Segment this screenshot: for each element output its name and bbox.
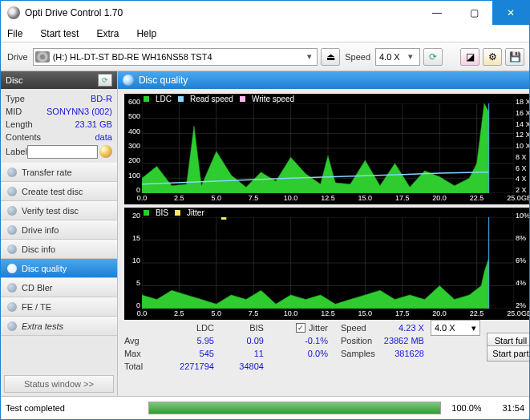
position-value: 23862 MB	[373, 336, 424, 345]
bullet-icon	[7, 283, 17, 293]
y-axis-right: 2%4%6%8%10%	[516, 216, 530, 305]
start-part-button[interactable]: Start part	[487, 345, 530, 361]
nav-create-test-disc[interactable]: Create test disc	[1, 182, 117, 201]
progress-fill	[149, 402, 440, 414]
avg-jitter: -0.1%	[264, 336, 328, 345]
progress-bar	[148, 402, 441, 414]
main-header: Disc quality	[118, 71, 530, 89]
menu-file[interactable]: File	[4, 26, 26, 41]
legend-write: Write speed	[252, 95, 294, 103]
drive-select[interactable]: (H:) HL-DT-ST BD-RE WH16NS58 TST4 ▾	[33, 48, 318, 66]
save-button[interactable]: 💾	[505, 48, 524, 66]
disc-type-label: Type	[6, 94, 25, 103]
stats-panel: LDC BIS ✓Jitter Speed 4.23 X 4.0 X▾ Avg …	[118, 320, 530, 376]
bullet-icon	[7, 187, 17, 196]
nav-item-label: FE / TE	[22, 302, 51, 312]
legend-read: Read speed	[190, 95, 233, 103]
menu-bar: File Start test Extra Help	[1, 25, 529, 42]
chart-ldc: LDC Read speed Write speed 0100200300400…	[124, 94, 530, 204]
erase-button[interactable]: ◪	[460, 48, 479, 66]
samples-value: 381628	[373, 349, 424, 358]
nav-disc-info[interactable]: Disc info	[1, 240, 117, 259]
x-axis: 0.02.55.07.510.012.515.017.520.022.525.0…	[142, 194, 514, 204]
samples-label: Samples	[328, 349, 373, 358]
disc-panel-title: Disc	[6, 75, 22, 85]
speed-value: 4.0 X	[379, 52, 400, 62]
disc-contents-label: Contents	[6, 132, 41, 142]
chevron-down-icon: ▾	[304, 51, 315, 62]
menu-extra[interactable]: Extra	[93, 26, 122, 41]
max-bis: 11	[214, 349, 264, 358]
bullet-icon	[7, 264, 17, 273]
disc-refresh-button[interactable]: ⟳	[98, 74, 112, 87]
bullet-icon	[7, 244, 17, 254]
disc-panel-header: Disc ⟳	[1, 71, 117, 89]
disc-label-input[interactable]	[27, 145, 98, 159]
eject-button[interactable]: ⏏	[321, 48, 340, 66]
status-message: Test completed	[6, 403, 142, 413]
total-ldc: 2271794	[158, 361, 214, 371]
disc-quality-icon	[123, 75, 134, 86]
options-button[interactable]: ⚙	[483, 48, 502, 66]
position-label: Position	[328, 336, 373, 345]
disc-contents-value: data	[95, 132, 112, 142]
nav-cd-bler[interactable]: CD Bler	[1, 278, 117, 297]
bullet-icon	[7, 225, 17, 235]
drive-value: (H:) HL-DT-ST BD-RE WH16NS58 TST4	[53, 52, 301, 62]
nav-item-label: Create test disc	[22, 187, 83, 196]
status-window-toggle[interactable]: Status window >>	[4, 375, 114, 393]
plot-area	[142, 217, 514, 309]
app-icon	[7, 6, 20, 19]
x-axis: 0.02.55.07.510.012.515.017.520.022.525.0…	[142, 309, 514, 319]
nav-fe-te[interactable]: FE / TE	[1, 297, 117, 317]
bullet-icon	[7, 321, 17, 331]
jitter-checkbox[interactable]: ✓	[296, 323, 305, 333]
close-button[interactable]: ✕	[492, 1, 529, 25]
hdr-bis: BIS	[214, 323, 264, 333]
svg-rect-35	[221, 217, 226, 220]
legend-swatch-jitter	[175, 210, 180, 216]
chevron-down-icon: ▾	[471, 323, 476, 333]
hdr-jitter: Jitter	[309, 323, 328, 333]
y-axis-left: 0100200300400500600	[126, 102, 140, 190]
menu-start-test[interactable]: Start test	[37, 26, 82, 41]
test-speed-value: 4.0 X	[435, 323, 455, 333]
total-label: Total	[124, 361, 158, 371]
minimize-button[interactable]: —	[419, 1, 455, 25]
legend-swatch-write	[240, 96, 245, 102]
toolbar: Drive (H:) HL-DT-ST BD-RE WH16NS58 TST4 …	[1, 42, 529, 71]
nav-transfer-rate[interactable]: Transfer rate	[1, 163, 117, 182]
test-speed-select[interactable]: 4.0 X▾	[431, 320, 480, 336]
legend-swatch-bis	[144, 210, 149, 216]
max-label: Max	[124, 349, 158, 358]
progress-percent: 100.0%	[447, 403, 486, 413]
disc-type-value: BD-R	[91, 94, 112, 103]
menu-help[interactable]: Help	[133, 26, 160, 41]
nav-verify-test-disc[interactable]: Verify test disc	[1, 201, 117, 220]
nav-item-label: Disc info	[22, 244, 55, 254]
hdr-ldc: LDC	[158, 323, 214, 333]
speed-select[interactable]: 4.0 X ▾	[375, 48, 420, 66]
refresh-button[interactable]: ⟳	[423, 48, 443, 66]
nav-item-label: Transfer rate	[22, 168, 72, 177]
maximize-button[interactable]: ▢	[455, 1, 492, 25]
speed-label: Speed	[343, 52, 372, 62]
main-title: Disc quality	[139, 75, 188, 86]
nav-item-label: Disc quality	[22, 264, 67, 273]
legend-swatch-read	[178, 96, 184, 102]
nav-disc-quality[interactable]: Disc quality	[1, 259, 117, 278]
bullet-icon	[7, 302, 17, 312]
status-window-label: Status window >>	[24, 379, 94, 389]
speed-value: 4.23 X	[373, 323, 424, 333]
nav-drive-info[interactable]: Drive info	[1, 220, 117, 240]
nav-extra-tests[interactable]: Extra tests	[1, 317, 117, 336]
sidebar: Disc ⟳ TypeBD-R MIDSONYNN3 (002) Length2…	[1, 71, 118, 396]
max-ldc: 545	[158, 349, 214, 358]
title-bar: Opti Drive Control 1.70 — ▢ ✕	[1, 1, 529, 25]
plot-area	[142, 103, 514, 193]
max-jitter: 0.0%	[264, 349, 328, 358]
bullet-icon	[7, 168, 17, 177]
legend-swatch-ldc	[144, 96, 149, 102]
status-bar: Test completed 100.0% 31:54	[1, 396, 529, 418]
chart-bis: BIS Jitter 05101520 2%4%6%8%10% 0.02.55.…	[124, 208, 530, 320]
